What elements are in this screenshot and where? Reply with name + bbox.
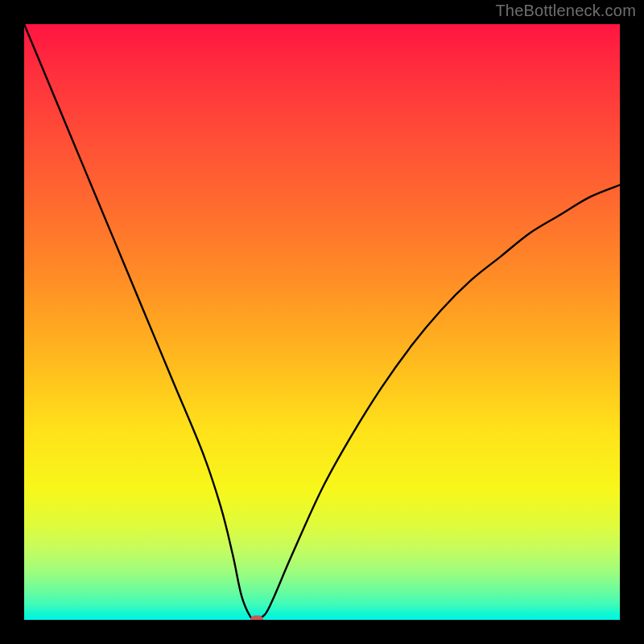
plot-area (24, 24, 620, 620)
curve-layer (24, 24, 620, 620)
bottleneck-curve-path (24, 24, 620, 620)
chart-stage: TheBottleneck.com (0, 0, 644, 644)
watermark-text: TheBottleneck.com (495, 2, 636, 20)
bottleneck-marker (250, 616, 263, 621)
